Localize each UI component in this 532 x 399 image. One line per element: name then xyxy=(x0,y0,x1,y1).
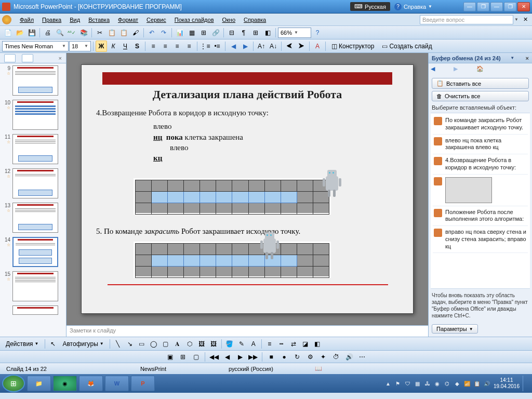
status-language[interactable]: русский (Россия) xyxy=(229,366,304,372)
taskbar-powerpoint[interactable]: P xyxy=(131,376,155,391)
font-size-combo[interactable]: 18 ▼ xyxy=(69,41,91,51)
help-search-input[interactable]: Введите вопрос xyxy=(420,15,513,24)
chevron-down-icon[interactable]: ▼ xyxy=(510,56,514,60)
diagram-button[interactable]: ⬡ xyxy=(184,338,195,350)
fill-color-button[interactable]: 🪣 xyxy=(224,338,235,350)
thumbnail-partial[interactable] xyxy=(0,303,66,317)
tray-av-icon[interactable]: ◉ xyxy=(434,380,441,387)
tray-shield-icon[interactable]: 🛡 xyxy=(404,380,411,387)
slide-title[interactable]: Детализация плана действий Робота xyxy=(82,88,413,101)
align-center-button[interactable]: ≡ xyxy=(159,41,171,52)
menu-help[interactable]: Справка xyxy=(240,15,270,24)
line-style-button[interactable]: ≡ xyxy=(264,338,275,350)
decrease-indent-button[interactable]: ◀ xyxy=(228,41,239,52)
actions-menu-button[interactable]: Действия ▼ xyxy=(2,338,43,350)
increase-font-button[interactable]: A↑ xyxy=(256,41,267,52)
current-slide[interactable]: Детализация плана действий Робота 4.Возв… xyxy=(81,64,414,314)
rectangle-button[interactable]: ▭ xyxy=(136,338,148,350)
menu-view[interactable]: Вид xyxy=(65,15,84,24)
clipboard-list[interactable]: По команде закрасить Робот закрашивает и… xyxy=(431,113,530,289)
dash-style-button[interactable]: ┅ xyxy=(276,338,287,350)
copy-button[interactable]: 📋 xyxy=(106,27,117,38)
outline-tab[interactable] xyxy=(22,54,33,62)
sorter-view-button[interactable]: ⊞ xyxy=(177,351,189,363)
redo-button[interactable]: ↷ xyxy=(158,27,169,38)
clipboard-options-button[interactable]: Параметры ▼ xyxy=(432,324,478,334)
clipart-button[interactable]: 🖼 xyxy=(196,338,207,350)
language-indicator[interactable]: ⌨ Русская xyxy=(350,2,390,11)
demote-button[interactable]: ⮞ xyxy=(296,41,307,52)
anim-stop-button[interactable]: ■ xyxy=(265,351,277,363)
chevron-down-icon[interactable]: ▼ xyxy=(514,17,518,22)
autoshapes-button[interactable]: Автофигуры ▼ xyxy=(59,338,108,350)
menu-insert[interactable]: Вставка xyxy=(84,15,114,24)
tables-button[interactable]: ⊞ xyxy=(198,27,209,38)
anim-more-button[interactable]: ⋯ xyxy=(356,351,368,363)
increase-indent-button[interactable]: ▶ xyxy=(240,41,251,52)
decrease-font-button[interactable]: A↓ xyxy=(268,41,279,52)
show-all-button[interactable]: ¶ xyxy=(238,27,249,38)
print-button[interactable]: 🖨 xyxy=(42,27,54,38)
slideshow-view-button[interactable]: ▢ xyxy=(190,351,202,363)
new-button[interactable]: 📄 xyxy=(2,27,14,38)
thumbnail-14[interactable]: 14☆ xyxy=(0,235,66,269)
zoom-combo[interactable]: 66% ▼ xyxy=(278,28,311,38)
save-button[interactable]: 💾 xyxy=(26,27,37,38)
menu-slideshow[interactable]: Показ слайдов xyxy=(170,15,218,24)
paste-all-button[interactable]: 📋 Вставить все xyxy=(432,78,529,89)
tray-flag-icon[interactable]: ⚑ xyxy=(394,380,402,387)
align-justify-button[interactable]: ≡ xyxy=(183,41,195,52)
3d-style-button[interactable]: ◧ xyxy=(312,338,323,350)
step5-text[interactable]: 5. По команде закрасить Робот закрашивае… xyxy=(96,227,398,236)
help-indicator[interactable]: ? Справка ▼ xyxy=(394,3,432,10)
anim-record-button[interactable]: ● xyxy=(278,351,290,363)
anim-back-button[interactable]: ◀ xyxy=(221,351,233,363)
anim-next-button[interactable]: ▶▶ xyxy=(247,351,259,363)
anim-effects-button[interactable]: ✦ xyxy=(317,351,329,363)
thumbnail-12[interactable]: 12☆ xyxy=(0,166,66,201)
taskbar-firefox[interactable]: 🦊 xyxy=(79,376,103,391)
show-desktop-button[interactable] xyxy=(523,376,527,391)
slide-scroll-area[interactable]: Детализация плана действий Робота 4.Возв… xyxy=(66,53,428,325)
anim-volume-button[interactable]: 🔊 xyxy=(343,351,355,363)
anim-prev-button[interactable]: ◀◀ xyxy=(208,351,220,363)
taskbar-explorer[interactable]: 📁 xyxy=(27,376,51,391)
tray-app-icon[interactable]: ▦ xyxy=(414,380,421,387)
maximize-button[interactable]: ❐ xyxy=(504,2,516,11)
cut-button[interactable]: ✂ xyxy=(94,27,105,38)
menu-edit[interactable]: Правка xyxy=(38,15,65,24)
numbered-list-button[interactable]: ⋮≡ xyxy=(200,41,211,52)
back-icon[interactable]: ◀ xyxy=(431,65,439,74)
wordart-button[interactable]: 𝐀 xyxy=(172,338,183,350)
office-button[interactable] xyxy=(2,15,11,24)
close-pane-icon[interactable]: × xyxy=(524,55,529,61)
format-painter-button[interactable]: 🖌 xyxy=(130,27,141,38)
slide-thumbnails-pane[interactable]: × 9☆ 10☆ 11☆ 12☆ 13☆ 14☆ 15☆ xyxy=(0,53,66,337)
robot-image-1[interactable] xyxy=(321,169,343,199)
italic-button[interactable]: К xyxy=(108,41,119,52)
robot-grid-2[interactable] xyxy=(134,242,331,278)
align-right-button[interactable]: ≡ xyxy=(171,41,183,52)
research-button[interactable]: 📚 xyxy=(78,27,89,38)
robot-image-2[interactable] xyxy=(258,231,281,261)
clip-item[interactable]: 4.Возвращение Робота в коридор в исходну… xyxy=(433,154,528,175)
anim-play-button[interactable]: ▶ xyxy=(234,351,246,363)
shadow-style-button[interactable]: ◪ xyxy=(300,338,311,350)
insert-table-button[interactable]: ▦ xyxy=(186,27,197,38)
bullet-list-button[interactable]: •≡ xyxy=(211,41,223,52)
insert-chart-button[interactable]: 📊 xyxy=(174,27,185,38)
promote-button[interactable]: ⮜ xyxy=(284,41,295,52)
menu-format[interactable]: Формат xyxy=(114,15,142,24)
hyperlink-button[interactable]: 🔗 xyxy=(210,27,221,38)
expand-button[interactable]: ⊟ xyxy=(226,27,237,38)
textbox-button[interactable]: ▢ xyxy=(160,338,171,350)
help-button[interactable]: ? xyxy=(312,27,323,38)
clear-all-button[interactable]: 🗑 Очистить все xyxy=(432,91,529,101)
menu-tools[interactable]: Сервис xyxy=(142,15,170,24)
paste-button[interactable]: 📋 xyxy=(118,27,129,38)
close-button[interactable]: ✕ xyxy=(517,2,530,11)
minimize-button[interactable]: — xyxy=(463,2,476,11)
arrow-style-button[interactable]: ⇄ xyxy=(288,338,299,350)
align-left-button[interactable]: ≡ xyxy=(148,41,159,52)
minimize2-button[interactable]: — xyxy=(490,2,503,11)
